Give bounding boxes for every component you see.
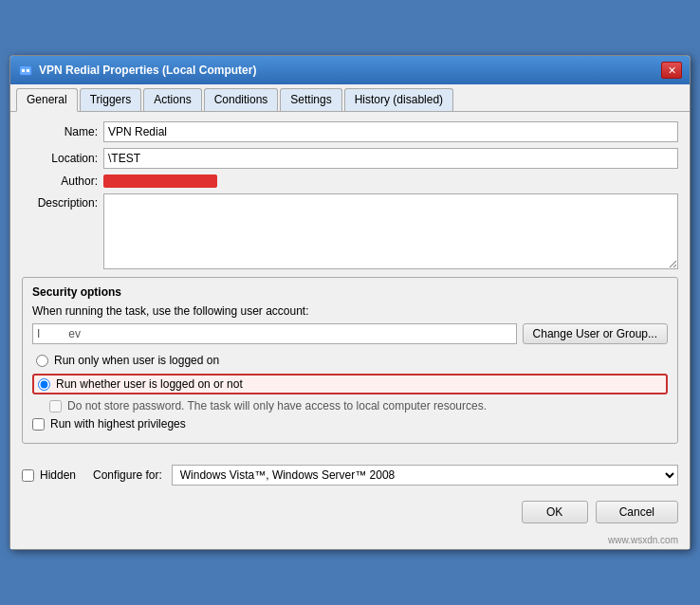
- hidden-check-row: Hidden: [22, 468, 76, 482]
- highest-privileges-row: Run with highest privileges: [32, 417, 668, 431]
- user-account-row: I ev Change User or Group...: [32, 323, 668, 344]
- radio-logged-on-row: Run only when user is logged on: [32, 352, 668, 369]
- bottom-row: Hidden Configure for: Windows Vista™, Wi…: [10, 457, 690, 493]
- author-label: Author:: [22, 174, 98, 188]
- author-redacted: [103, 174, 217, 188]
- no-store-password-check[interactable]: [49, 400, 62, 412]
- security-section: Security options When running the task, …: [22, 277, 678, 444]
- window-title: VPN Redial Properties (Local Computer): [39, 64, 256, 77]
- close-button[interactable]: ✕: [661, 62, 682, 79]
- highest-privileges-label: Run with highest privileges: [50, 417, 186, 431]
- change-user-button[interactable]: Change User or Group...: [523, 323, 668, 344]
- cancel-button[interactable]: Cancel: [596, 501, 678, 523]
- radio-logged-on-label: Run only when user is logged on: [54, 354, 219, 367]
- radio-whether-row: Run whether user is logged on or not: [32, 374, 668, 394]
- tab-conditions[interactable]: Conditions: [204, 88, 279, 111]
- tab-actions[interactable]: Actions: [143, 88, 201, 111]
- tab-settings[interactable]: Settings: [280, 88, 341, 111]
- tabs-bar: General Triggers Actions Conditions Sett…: [10, 84, 690, 112]
- svg-rect-0: [20, 66, 31, 75]
- name-input[interactable]: [103, 121, 678, 142]
- location-row: Location:: [22, 148, 678, 169]
- name-label: Name:: [22, 125, 98, 138]
- ok-button[interactable]: OK: [522, 501, 588, 523]
- tab-triggers[interactable]: Triggers: [80, 88, 142, 111]
- svg-rect-2: [27, 69, 29, 72]
- location-input[interactable]: [103, 148, 678, 169]
- no-store-password-row: Do not store password. The task will onl…: [49, 399, 668, 412]
- hidden-label: Hidden: [40, 468, 76, 482]
- watermark: www.wsxdn.com: [10, 533, 690, 549]
- user-account-desc: When running the task, use the following…: [32, 304, 668, 318]
- description-input[interactable]: [103, 193, 678, 269]
- main-content: Name: Location: Author: Description: Sec…: [10, 112, 690, 453]
- configure-select[interactable]: Windows Vista™, Windows Server™ 2008Wind…: [172, 465, 678, 486]
- user-field[interactable]: I ev: [32, 323, 517, 344]
- name-row: Name:: [22, 121, 678, 142]
- description-label: Description:: [22, 193, 98, 210]
- title-bar-left: VPN Redial Properties (Local Computer): [18, 63, 256, 78]
- main-window: VPN Redial Properties (Local Computer) ✕…: [9, 55, 691, 550]
- author-row: Author:: [22, 174, 678, 188]
- configure-label: Configure for:: [93, 468, 162, 482]
- hidden-checkbox[interactable]: [22, 469, 34, 482]
- user-field-part2: ev: [68, 327, 81, 340]
- footer: OK Cancel: [10, 493, 690, 533]
- tab-general[interactable]: General: [16, 88, 78, 112]
- radio-whether-label: Run whether user is logged on or not: [56, 377, 243, 391]
- user-field-part1: I: [37, 327, 40, 340]
- security-title: Security options: [32, 285, 668, 299]
- title-controls: ✕: [661, 62, 682, 79]
- window-body: General Triggers Actions Conditions Sett…: [10, 84, 690, 549]
- radio-logged-on[interactable]: [36, 355, 48, 367]
- title-bar: VPN Redial Properties (Local Computer) ✕: [10, 56, 690, 84]
- location-label: Location:: [22, 152, 98, 165]
- tab-history[interactable]: History (disabled): [344, 88, 453, 111]
- no-store-password-label: Do not store password. The task will onl…: [67, 399, 487, 412]
- radio-whether-logged-on[interactable]: [38, 378, 50, 391]
- svg-rect-1: [22, 69, 25, 72]
- window-icon: [18, 63, 33, 78]
- description-row: Description:: [22, 193, 678, 269]
- highest-privileges-check[interactable]: [32, 418, 45, 431]
